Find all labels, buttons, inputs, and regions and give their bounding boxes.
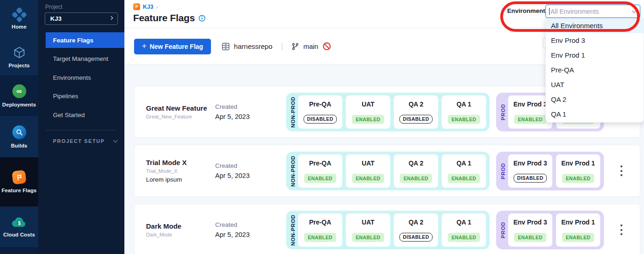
harness-logo-icon xyxy=(12,7,27,23)
environments-area: NON-PROD Pre-QAENABLEDUATENABLEDQA 2DISA… xyxy=(286,211,631,249)
prod-label: PROD xyxy=(498,95,508,129)
environment-card[interactable]: Env Prod 3DISABLED xyxy=(508,154,552,188)
prod-label: PROD xyxy=(498,154,508,188)
flag-state-badge: ENABLED xyxy=(562,174,594,183)
rail-item-builds[interactable]: Builds xyxy=(0,116,38,157)
flag-created: Created Apr 5, 2023 xyxy=(215,103,284,120)
rail-item-feature-flags[interactable]: Feature Flags xyxy=(0,157,38,207)
environment-filter-label: Environment xyxy=(507,7,545,14)
environment-option[interactable]: QA 2 xyxy=(546,92,644,107)
page-title: Feature Flags xyxy=(133,12,195,24)
environment-select[interactable]: All Environments xyxy=(545,5,640,18)
git-branch-icon xyxy=(292,43,299,50)
environment-card[interactable]: Pre-QAENABLED xyxy=(298,154,342,188)
environment-name: Pre-QA xyxy=(309,159,331,169)
feature-flags-icon xyxy=(12,170,27,185)
flag-state-badge: ENABLED xyxy=(352,115,384,124)
flag-state-badge: DISABLED xyxy=(399,115,433,124)
flag-name: Trial Mode X xyxy=(146,159,215,166)
feature-flags-breadcrumb-icon xyxy=(133,3,140,10)
rail-item-label: Builds xyxy=(11,143,28,148)
environment-option[interactable]: Env Prod 1 xyxy=(546,48,644,63)
project-setup-label: PROJECT SETUP xyxy=(53,138,105,144)
environment-card[interactable]: UATENABLED xyxy=(346,154,390,188)
branch-name[interactable]: main xyxy=(303,42,318,50)
flag-state-badge: ENABLED xyxy=(514,115,546,124)
flag-state-badge: ENABLED xyxy=(448,174,480,183)
breadcrumb-separator: › xyxy=(156,4,158,10)
project-section-label: Project xyxy=(45,4,124,10)
environment-card[interactable]: Env Prod 3ENABLED xyxy=(508,213,552,247)
environment-card[interactable]: QA 1ENABLED xyxy=(442,95,486,129)
rail-item-deployments[interactable]: ∞ Deployments xyxy=(0,75,38,116)
nav-item-get-started[interactable]: Get Started xyxy=(46,107,124,123)
environment-card[interactable]: QA 2DISABLED xyxy=(394,95,438,129)
environment-name: UAT xyxy=(362,219,375,228)
flag-state-badge: ENABLED xyxy=(400,174,432,183)
environment-card[interactable]: QA 2ENABLED xyxy=(394,154,438,188)
environment-name: QA 1 xyxy=(457,219,471,228)
environment-card[interactable]: UATENABLED xyxy=(346,213,390,247)
project-setup-toggle[interactable]: PROJECT SETUP xyxy=(53,137,117,145)
app-window: Home Projects ∞ Deployments Builds Featu… xyxy=(0,0,644,254)
svg-text:$: $ xyxy=(18,220,20,226)
created-label: Created xyxy=(215,162,284,169)
environment-name: QA 2 xyxy=(409,159,423,169)
flag-identifier: Great_New_Feature xyxy=(146,114,215,119)
rail-item-home[interactable]: Home xyxy=(0,0,38,39)
rail-item-cloud-costs[interactable]: $ Cloud Costs xyxy=(0,207,38,247)
rail-item-projects[interactable]: Projects xyxy=(0,39,38,75)
rail-item-label: Deployments xyxy=(2,102,36,107)
environment-card[interactable]: Env Prod 1ENABLED xyxy=(556,154,600,188)
info-icon[interactable] xyxy=(199,15,205,22)
rail-item-label: Home xyxy=(12,24,26,30)
environment-name: UAT xyxy=(362,159,375,169)
nav-item-environments[interactable]: Environments xyxy=(46,70,124,85)
environment-option[interactable]: QA 1 xyxy=(546,107,644,122)
toolbar-divider: | xyxy=(281,42,283,51)
new-feature-flag-button[interactable]: + New Feature Flag xyxy=(134,39,211,54)
breadcrumb-project-link[interactable]: KJ3 xyxy=(143,4,153,10)
new-feature-flag-label: New Feature Flag xyxy=(150,43,203,50)
environment-name: Env Prod 1 xyxy=(561,219,595,228)
rail-item-label: Projects xyxy=(8,63,29,68)
nav-divider xyxy=(46,130,117,130)
flag-identifier: Trial_Mode_X xyxy=(146,168,215,174)
project-selector[interactable]: KJ3 xyxy=(45,12,118,25)
nav-item-target-management[interactable]: Target Management xyxy=(46,51,124,67)
flag-state-badge: ENABLED xyxy=(448,233,480,242)
non-prod-cards: Pre-QAENABLEDUATENABLEDQA 2ENABLEDQA 1EN… xyxy=(298,154,486,188)
environment-name: Env Prod 3 xyxy=(513,159,547,169)
environment-option[interactable]: Env Prod 3 xyxy=(546,33,644,48)
prod-cards: Env Prod 3DISABLEDEnv Prod 1ENABLED xyxy=(508,154,600,188)
environment-card[interactable]: Pre-QAENABLED xyxy=(298,213,342,247)
flag-state-badge: ENABLED xyxy=(514,233,546,242)
row-menu-button[interactable] xyxy=(619,224,624,236)
repo-name[interactable]: harnessrepo xyxy=(234,42,272,50)
environment-card[interactable]: QA 1ENABLED xyxy=(442,213,486,247)
environment-card[interactable]: QA 1ENABLED xyxy=(442,154,486,188)
prod-cards: Env Prod 3ENABLEDEnv Prod 1ENABLED xyxy=(508,213,600,247)
feature-flag-row[interactable]: Trial Mode X Trial_Mode_X Lorem ipsum Cr… xyxy=(134,145,640,197)
prod-group: PROD Env Prod 3ENABLEDEnv Prod 1ENABLED xyxy=(496,211,604,249)
nav-item-feature-flags[interactable]: Feature Flags xyxy=(46,32,124,48)
prod-label: PROD xyxy=(498,213,508,247)
rail-item-label: Feature Flags xyxy=(1,188,36,193)
environment-card[interactable]: Env Prod 1ENABLED xyxy=(556,213,600,247)
non-prod-group: NON-PROD Pre-QADISABLEDUATENABLEDQA 2DIS… xyxy=(286,93,490,131)
feature-flag-row[interactable]: Dark Mode Dark_Mode Created Apr 5, 2023 … xyxy=(134,204,640,254)
environment-option[interactable]: Pre-QA xyxy=(546,63,644,77)
environment-option[interactable]: All Environments xyxy=(546,18,644,33)
chevron-down-icon xyxy=(113,138,118,143)
environment-name: Env Prod 3 xyxy=(513,219,547,228)
environment-card[interactable]: Pre-QADISABLED xyxy=(298,95,342,129)
cube-icon xyxy=(13,46,26,59)
environments-area: NON-PROD Pre-QAENABLEDUATENABLEDQA 2ENAB… xyxy=(286,152,631,190)
row-menu-button[interactable] xyxy=(619,165,624,177)
text-cursor xyxy=(549,8,550,15)
environment-option[interactable]: UAT xyxy=(546,77,644,92)
environment-card[interactable]: QA 2DISABLED xyxy=(394,213,438,247)
environment-card[interactable]: UATENABLED xyxy=(346,95,390,129)
nav-item-pipelines[interactable]: Pipelines xyxy=(46,89,124,104)
flag-state-badge: ENABLED xyxy=(304,174,336,183)
